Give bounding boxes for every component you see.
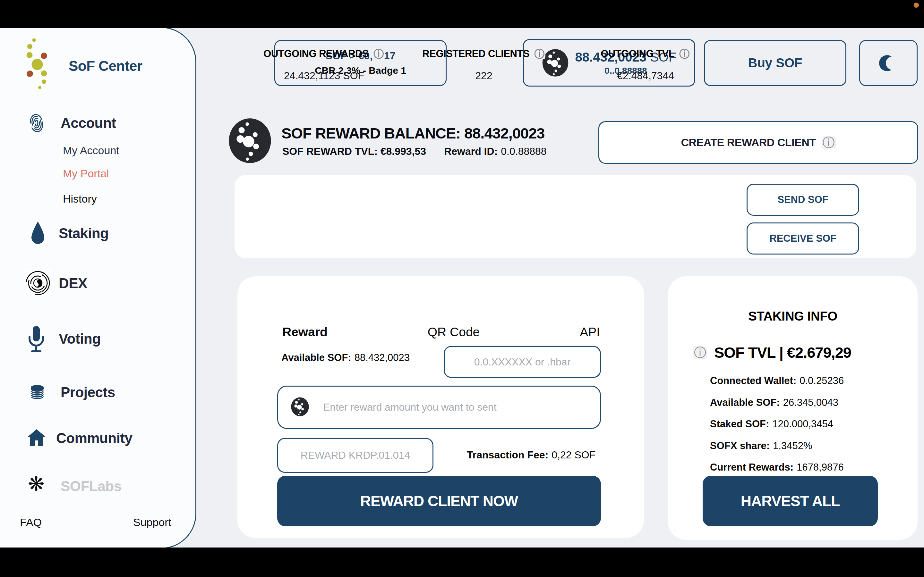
reward-panel: Reward QR Code API Available SOF:88.432,… xyxy=(237,276,644,538)
reward-id-label: Reward ID: xyxy=(444,145,498,157)
reward-amount-input[interactable] xyxy=(277,386,601,429)
microphone-icon xyxy=(28,326,45,354)
staking-row-available-sof: Available SOF:26.345,0043 xyxy=(710,397,838,408)
sidebar: SoF Center Account My Account My Portal … xyxy=(0,28,196,548)
header-subline: SOF REWARD TVL: €8.993,53 Reward ID:0.0.… xyxy=(282,145,547,157)
create-reward-client-label: CREATE REWARD CLIENT xyxy=(681,136,816,149)
row-label: Current Rewards: xyxy=(710,462,793,473)
stat-label: OUTGOING TVL xyxy=(601,48,674,60)
stat-outgoing-rewards: OUTGOING REWARDS ⓘ 24.432,1123 SOF xyxy=(237,48,411,82)
stat-value: 24.432,1123 SOF xyxy=(237,70,411,82)
info-icon[interactable]: ⓘ xyxy=(678,48,690,59)
harvest-all-button[interactable]: HARVEST ALL xyxy=(703,476,878,526)
house-icon xyxy=(27,429,46,446)
soflabs-asterisk-icon: ❋ xyxy=(28,474,45,495)
logo-dots-icon[interactable] xyxy=(24,37,65,91)
sof-coin-icon xyxy=(228,118,272,163)
create-reward-client-button[interactable]: CREATE REWARD CLIENT ⓘ xyxy=(598,121,918,164)
sidebar-item-voting[interactable]: Voting xyxy=(59,330,101,348)
sidebar-item-dex[interactable]: DEX xyxy=(59,275,87,292)
buy-sof-label: Buy SOF xyxy=(748,56,803,70)
sidebar-item-soflabs: SOFLabs xyxy=(61,478,121,495)
sidebar-item-history[interactable]: History xyxy=(63,192,97,205)
coin-stack-icon xyxy=(29,384,45,400)
stat-value: 222 xyxy=(397,70,570,82)
receive-sof-button[interactable]: RECEIVE SOF xyxy=(746,222,859,255)
staking-row-current-rewards: Current Rewards:1678,9876 xyxy=(710,462,844,473)
support-link[interactable]: Support xyxy=(133,516,171,529)
reward-client-now-label: REWARD CLIENT NOW xyxy=(360,492,518,510)
row-value: 120.000,3454 xyxy=(772,418,833,430)
reward-id-value: 0.0.88888 xyxy=(501,145,546,157)
staking-info-title: STAKING INFO xyxy=(668,309,918,324)
tab-qr-code[interactable]: QR Code xyxy=(428,325,480,339)
available-sof-value: 88.432,0023 xyxy=(355,352,410,363)
sidebar-item-staking[interactable]: Staking xyxy=(59,225,108,242)
row-label: SOFX share: xyxy=(710,440,770,451)
stat-label-row: REGISTERED CLIENTS ⓘ xyxy=(397,48,570,60)
staking-row-sofx-share: SOFX share:1,3452% xyxy=(710,440,812,452)
row-value: 0.0.25236 xyxy=(800,375,844,386)
row-label: Staked SOF: xyxy=(710,418,769,430)
info-icon[interactable]: ⓘ xyxy=(693,346,707,359)
staking-row-staked-sof: Staked SOF:120.000,3454 xyxy=(710,418,833,430)
row-value: 26.345,0043 xyxy=(783,397,838,408)
row-value: 1678,9876 xyxy=(796,462,844,473)
transaction-fee-value: 0,22 SOF xyxy=(551,449,596,461)
moon-icon xyxy=(879,53,898,73)
page-title: SOF REWARD BALANCE: 88.432,0023 xyxy=(281,124,544,142)
transaction-fee-label: Transaction Fee: xyxy=(467,449,548,461)
info-icon[interactable]: ⓘ xyxy=(373,48,384,59)
receive-sof-label: RECEIVE SOF xyxy=(769,233,836,244)
stat-label-row: OUTGOING TVL ⓘ xyxy=(559,48,732,60)
tab-reward[interactable]: Reward xyxy=(282,325,328,339)
reward-code-input[interactable] xyxy=(277,438,433,473)
transaction-fee-line: Transaction Fee:0,22 SOF xyxy=(467,449,596,461)
yin-yang-dex-icon xyxy=(24,269,51,297)
reward-amount-field xyxy=(277,386,601,429)
staking-info-panel: STAKING INFO ⓘ SOF TVL | €2.679,29 Conne… xyxy=(668,276,918,540)
recording-indicator-dot xyxy=(914,3,919,8)
droplet-icon xyxy=(31,221,45,245)
stat-label-row: OUTGOING REWARDS ⓘ xyxy=(237,48,411,60)
sidebar-item-account[interactable]: Account xyxy=(61,114,116,132)
sidebar-item-my-portal[interactable]: My Portal xyxy=(63,167,109,180)
row-value: 1,3452% xyxy=(773,440,812,451)
send-sof-label: SEND SOF xyxy=(777,194,828,205)
app-window: SoF Center Account My Account My Portal … xyxy=(0,28,924,548)
stat-label: OUTGOING REWARDS xyxy=(263,48,368,60)
reward-tvl-text: SOF REWARD TVL: €8.993,53 xyxy=(282,145,426,157)
reward-tabs: Reward QR Code API xyxy=(282,325,600,339)
reward-client-now-button[interactable]: REWARD CLIENT NOW xyxy=(277,476,601,526)
stat-outgoing-tvl: OUTGOING TVL ⓘ €2.484,7344 xyxy=(559,48,732,82)
sidebar-item-community[interactable]: Community xyxy=(56,430,132,447)
fingerprint-icon xyxy=(29,113,44,133)
send-sof-button[interactable]: SEND SOF xyxy=(746,184,859,216)
info-icon[interactable]: ⓘ xyxy=(533,48,545,59)
sof-tvl-line: ⓘ SOF TVL | €2.679,29 xyxy=(693,343,851,361)
reward-id-line: Reward ID:0.0.88888 xyxy=(444,145,547,157)
brand-title[interactable]: SoF Center xyxy=(69,58,142,74)
available-sof-line: Available SOF:88.432,0023 xyxy=(281,352,410,364)
stat-label: REGISTERED CLIENTS xyxy=(422,48,529,60)
row-label: Available SOF: xyxy=(710,397,780,408)
dark-mode-toggle[interactable] xyxy=(859,40,918,86)
harvest-all-label: HARVEST ALL xyxy=(741,492,840,510)
row-label: Connected Wallet: xyxy=(710,375,796,386)
staking-row-connected-wallet: Connected Wallet:0.0.25236 xyxy=(710,375,844,387)
sof-tvl-value: SOF TVL | €2.679,29 xyxy=(714,343,851,361)
stat-value: €2.484,7344 xyxy=(559,70,732,82)
recipient-wallet-input[interactable] xyxy=(444,346,601,378)
stat-registered-clients: REGISTERED CLIENTS ⓘ 222 xyxy=(397,48,570,82)
sidebar-item-projects[interactable]: Projects xyxy=(61,384,115,401)
tab-api[interactable]: API xyxy=(580,325,600,339)
faq-link[interactable]: FAQ xyxy=(20,516,42,529)
sof-coin-icon xyxy=(291,397,309,416)
available-sof-label: Available SOF: xyxy=(281,352,351,363)
sidebar-item-my-account[interactable]: My Account xyxy=(63,144,120,157)
info-icon[interactable]: ⓘ xyxy=(822,136,836,149)
